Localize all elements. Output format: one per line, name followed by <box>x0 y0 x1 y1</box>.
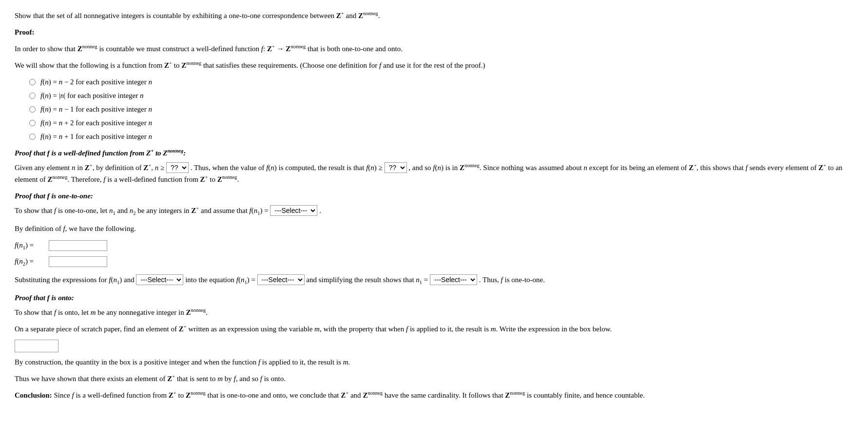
select-sub-1[interactable]: ---Select--- f(n₂) n₂ <box>136 274 183 285</box>
select-n-geq[interactable]: ?? 0 1 2 <box>166 162 189 173</box>
we-will-text: We will show that the following is a fun… <box>15 59 853 71</box>
conclusion-paragraph: Conclusion: Since f is a well-defined fu… <box>15 389 853 401</box>
given-any-paragraph: Given any element n in Z+, by definition… <box>15 162 853 185</box>
radio-label-2: f(n) = |n| for each positive integer n <box>40 90 144 101</box>
fn2-line: f(n2) = <box>15 255 853 269</box>
by-construction-text: By construction, the quantity in the box… <box>15 356 853 368</box>
radio-option-3[interactable] <box>29 106 36 113</box>
radio-label-5: f(n) = n + 1 for each positive integer n <box>40 131 152 142</box>
fn1-line: f(n1) = <box>15 239 853 252</box>
radio-label-4: f(n) = n + 2 for each positive integer n <box>40 117 152 129</box>
one-to-one-paragraph: To show that f is one-to-one, let n1 and… <box>15 205 853 218</box>
radio-label-3: f(n) = n − 1 for each positive integer n <box>40 103 152 115</box>
substituting-paragraph: Substituting the expressions for f(n1) a… <box>15 274 853 287</box>
radio-option-4[interactable] <box>29 120 36 126</box>
select-fn-geq[interactable]: ?? 0 1 2 <box>385 162 407 173</box>
radio-option-5[interactable] <box>29 134 36 140</box>
select-sub-2[interactable]: ---Select--- f(n₂) n₂ <box>257 274 305 285</box>
fn2-input[interactable] <box>49 256 107 267</box>
thus-we-have-text: Thus we have shown that there exists an … <box>15 373 853 384</box>
select-fn1-eq[interactable]: ---Select--- f(n₂) n₂ n₁ <box>270 205 317 216</box>
radio-option-1[interactable] <box>29 79 36 85</box>
radio-option-2[interactable] <box>29 93 36 99</box>
radio-options: f(n) = n − 2 for each positive integer n… <box>15 76 853 142</box>
intro-text: Show that the set of all nonnegative int… <box>15 10 853 21</box>
proof-onto-label: Proof that f is onto: <box>15 292 853 304</box>
proof-one-to-one-label: Proof that f is one-to-one: <box>15 190 853 202</box>
by-def-f-text: By definition of f, we have the followin… <box>15 223 853 234</box>
fn1-label: f(n1) = <box>15 239 49 252</box>
radio-label-1: f(n) = n − 2 for each positive integer n <box>40 76 152 88</box>
on-separate-text: On a separate piece of scratch paper, fi… <box>15 323 853 335</box>
to-show-onto-text: To show that f is onto, let m be any non… <box>15 307 853 318</box>
onto-input[interactable] <box>15 340 58 352</box>
select-sub-3[interactable]: ---Select--- n₂ n₁ <box>430 274 477 285</box>
onto-input-line <box>15 340 853 352</box>
conclusion-label: Conclusion: <box>15 391 52 399</box>
fn2-label: f(n2) = <box>15 255 49 269</box>
proof-well-defined-label: Proof that f is a well-defined function … <box>15 147 853 159</box>
fn1-input[interactable] <box>49 240 107 251</box>
proof-label: Proof: <box>15 26 853 38</box>
in-order-text: In order to show that Znonneg is countab… <box>15 43 853 55</box>
